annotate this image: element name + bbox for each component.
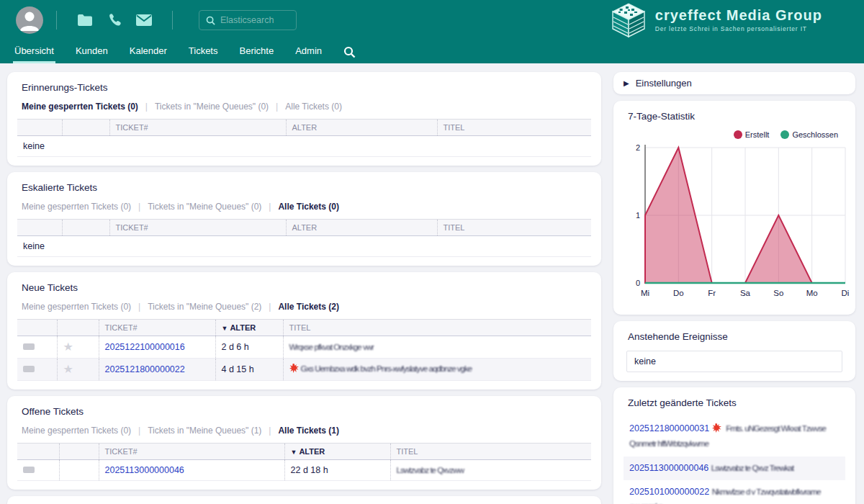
geschlossen-dot-icon [780,130,789,139]
col-empty [17,444,59,460]
redacted-title: Lswtzvabz te Qxvzww [397,466,464,474]
settings-label: Einstellungen [636,78,692,89]
ticket-title-cell: Lswtzvabz te Qxvzww [390,460,591,481]
filter-separator: | [138,202,140,212]
legend-erstellt: Erstellt [734,130,770,139]
widget-erinnerungs-tickets: Erinnerungs-Tickets Meine gesperrten Tic… [7,72,601,166]
sort-desc-icon: ▼ [291,449,297,456]
top-header-bar: cryeffect Media Group Der letzte Schrei … [0,0,864,40]
col-titel[interactable]: TITEL [283,320,591,336]
watch-star-icon[interactable]: ★ [63,341,73,353]
company-logo: cryeffect Media Group Der letzte Schrei … [610,2,822,38]
ticket-number-link[interactable]: 2025121800000031 [629,423,709,433]
filter-meine-gesperrten[interactable]: Meine gesperrten Tickets (0) [22,426,131,436]
filter-separator: | [138,302,140,312]
nav-tab-admin[interactable]: Admin [294,40,323,63]
empty-events-label: keine [626,351,842,372]
article-indicator-icon [23,467,35,473]
widget-title: Erinnerungs-Tickets [22,82,591,93]
elasticsearch-searchbox[interactable] [199,10,297,30]
filter-meine-queues[interactable]: Tickets in "Meine Queues" (0) [148,202,261,212]
nav-tab-uebersicht[interactable]: Übersicht [13,40,55,63]
col-alter-sorted[interactable]: ▼ALTER [284,444,390,460]
ticket-number-link[interactable]: 2025122100000016 [105,342,185,352]
user-avatar[interactable] [16,6,43,34]
filter-tabs: Meine gesperrten Tickets (0)| Tickets in… [22,202,591,212]
ticket-number-link[interactable]: 2025113000000046 [629,463,708,473]
filter-separator: | [269,202,271,212]
dashboard-main-column: Erinnerungs-Tickets Meine gesperrten Tic… [7,72,601,504]
nav-tab-berichte[interactable]: Berichte [238,40,276,63]
folder-icon[interactable] [77,14,93,27]
nav-tab-kunden[interactable]: Kunden [74,40,109,63]
watch-cell [59,460,99,481]
filter-alle-tickets[interactable]: Alle Tickets (0) [278,202,338,212]
nav-tab-kalender[interactable]: Kalender [128,40,168,63]
header-divider [56,11,57,30]
col-titel[interactable]: TITEL [390,444,591,460]
watch-star-icon[interactable]: ★ [63,363,73,375]
col-empty [59,444,99,460]
widget-zuletzt-geaenderte-tickets: Zuletzt geänderte Tickets 20251218000000… [613,387,855,504]
filter-meine-gesperrten[interactable]: Meine gesperrten Tickets (0) [22,102,138,112]
filter-meine-gesperrten[interactable]: Meine gesperrten Tickets (0) [22,302,131,312]
col-titel[interactable]: TITEL [437,120,591,136]
empty-label: keine [17,236,591,257]
nav-search-icon[interactable] [343,40,356,63]
ticket-age-cell: 4 d 15 h [215,359,283,381]
col-alter-sorted[interactable]: ▼ALTER [215,320,283,336]
chart-legend: Erstellt Geschlossen [624,130,838,139]
svg-text:So: So [773,289,783,297]
widget-queue-overview: Ticket-Übersicht nach Queues QUEUE NEU O… [7,496,601,504]
changed-tickets-list: 2025121800000031 Fmts. uNGezesgt Wkxat T… [624,417,845,504]
widget-title: 7-Tage-Statistik [628,111,845,122]
offene-table: TICKET# ▼ALTER TITEL 2025113000000046 22… [17,443,591,481]
redacted-title: Qsnmetr hftWrbtzqvkwme [629,439,708,448]
filter-meine-queues[interactable]: Tickets in "Meine Queues" (2) [148,302,261,312]
svg-text:0: 0 [636,279,640,287]
col-ticketnr[interactable]: TICKET# [109,220,286,236]
filter-meine-queues[interactable]: Tickets in "Meine Queues" (1) [148,426,261,436]
filter-tabs: Meine gesperrten Tickets (0)| Tickets in… [22,426,591,436]
svg-text:Di: Di [842,289,850,297]
filter-separator: | [269,302,271,312]
settings-toggle[interactable]: ▶ Einstellungen [613,72,855,94]
col-empty [17,320,57,336]
col-ticketnr[interactable]: TICKET# [109,120,286,136]
envelope-icon[interactable] [136,14,152,26]
col-ticketnr[interactable]: TICKET# [99,320,215,336]
header-divider [172,11,173,30]
filter-tabs: Meine gesperrten Tickets (0)| Tickets in… [22,302,591,312]
filter-meine-queues[interactable]: Tickets in "Meine Queues" (0) [155,102,269,112]
empty-label: keine [17,136,591,157]
col-titel[interactable]: TITEL [437,220,591,236]
ticket-number-link[interactable]: 2025121800000022 [105,364,185,374]
filter-meine-gesperrten[interactable]: Meine gesperrten Tickets (0) [22,202,131,212]
search-input[interactable] [220,15,289,25]
filter-alle-tickets[interactable]: Alle Tickets (2) [278,302,338,312]
col-ticketnr[interactable]: TICKET# [99,444,284,460]
filter-separator: | [145,102,148,112]
nav-tab-tickets[interactable]: Tickets [187,40,220,63]
widget-offene-tickets: Offene Tickets Meine gesperrten Tickets … [7,396,601,490]
search-icon [206,16,215,25]
ticket-number-cell: 2025122100000016 [99,336,215,359]
ticket-number-link[interactable]: 2025101000000022 [629,487,709,497]
svg-text:Sa: Sa [740,289,751,297]
disclosure-triangle-icon: ▶ [624,79,629,87]
filter-alle-tickets[interactable]: Alle Tickets (1) [278,426,338,436]
col-alter[interactable]: ALTER [286,120,437,136]
red-splat-icon [289,364,299,375]
ticket-number-link[interactable]: 2025113000000046 [105,465,184,475]
ticket-number-cell: 2025121800000022 [99,359,215,381]
col-alter[interactable]: ALTER [286,220,437,236]
phone-icon[interactable] [107,13,122,27]
erinnerung-table: TICKET# ALTER TITEL keine [17,119,591,157]
col-empty [17,220,62,236]
ticket-number-cell: 2025113000000046 [99,460,284,481]
widget-anstehende-ereignisse: Anstehende Ereignisse keine [613,321,855,381]
filter-alle-tickets[interactable]: Alle Tickets (0) [285,102,342,112]
filter-separator: | [138,426,140,436]
redacted-title: Nkmwfzse d v Tzwqvstatwbfkvrame [712,487,821,496]
redacted-title: ewvmqzke [629,502,662,504]
